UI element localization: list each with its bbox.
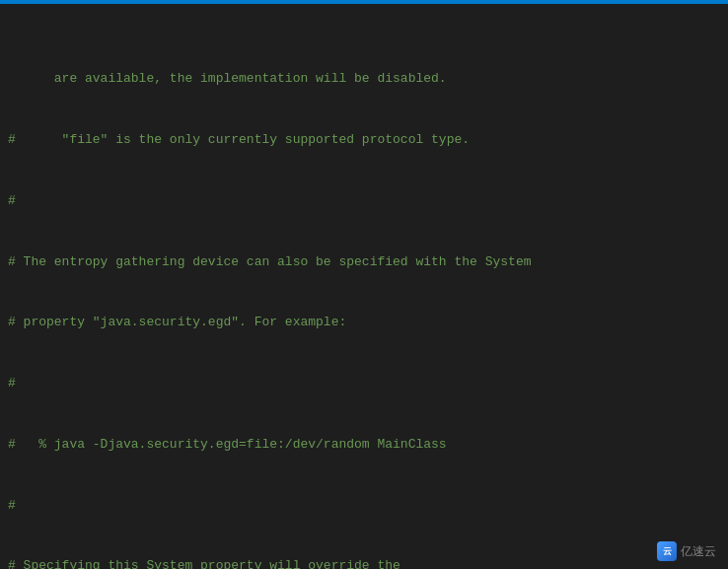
watermark-icon: 云: [657, 541, 677, 561]
line-1: are available, the implementation will b…: [0, 69, 728, 89]
line-7: # % java -Djava.security.egd=file:/dev/r…: [0, 435, 728, 455]
line-5: # property "java.security.egd". For exam…: [0, 313, 728, 332]
line-3: #: [0, 191, 728, 211]
watermark-text: 亿速云: [681, 543, 716, 560]
code-area[interactable]: are available, the implementation will b…: [0, 4, 728, 569]
line-6: #: [0, 374, 728, 393]
editor-container: are available, the implementation will b…: [0, 0, 728, 569]
watermark: 云 亿速云: [657, 541, 716, 561]
line-9: # Specifying this System property will o…: [0, 556, 728, 569]
line-4: # The entropy gathering device can also …: [0, 252, 728, 272]
line-2: # "file" is the only currently supported…: [0, 130, 728, 150]
line-8: #: [0, 496, 728, 516]
